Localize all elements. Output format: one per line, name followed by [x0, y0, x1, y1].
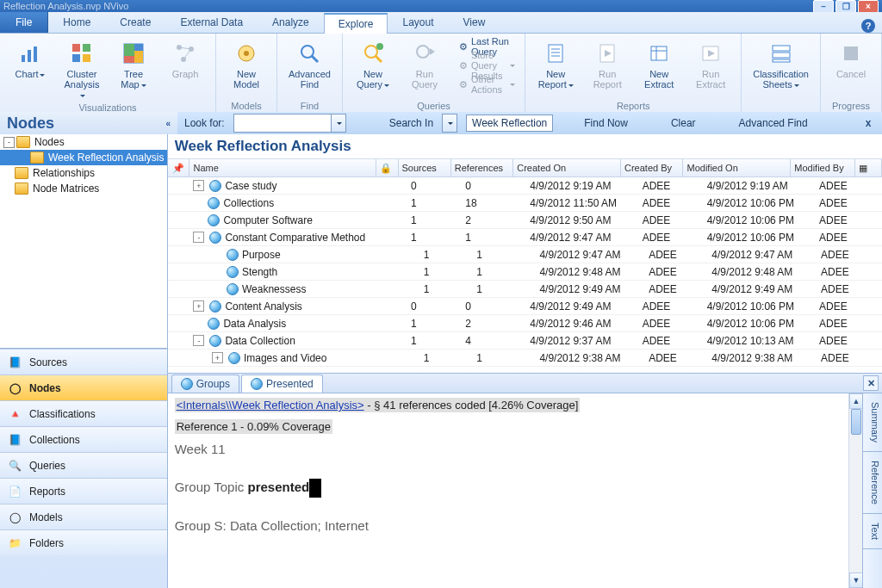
col-lock[interactable]: 🔒 — [376, 159, 399, 176]
table-row[interactable]: +Images and Video114/9/2012 9:38 AMADEE4… — [168, 350, 882, 367]
row-expander-icon[interactable]: - — [193, 335, 204, 346]
detail-close-button[interactable]: ✕ — [863, 375, 879, 391]
advanced-find-button[interactable]: Advanced Find — [283, 37, 337, 92]
col-chooser[interactable]: ▦ — [855, 159, 882, 176]
detail-tab-presented[interactable]: Presented — [241, 374, 323, 393]
col-references[interactable]: References — [451, 159, 513, 176]
detail-tab-groups[interactable]: Groups — [171, 374, 239, 393]
row-modified-on: 4/9/2012 9:47 AM — [708, 249, 817, 261]
chart-button[interactable]: Chart — [5, 37, 55, 82]
scroll-down-arrow-icon[interactable]: ▼ — [849, 573, 863, 588]
find-now-button[interactable]: Find Now — [584, 117, 628, 129]
lookfor-input[interactable] — [233, 114, 332, 133]
table-row[interactable]: Purpose114/9/2012 9:47 AMADEE4/9/2012 9:… — [168, 246, 882, 263]
ribbon-tab-analyze[interactable]: Analyze — [258, 12, 324, 32]
detail-body[interactable]: <Internals\\Week Reflection Analysis> - … — [168, 393, 882, 588]
sidetab-reference[interactable]: Reference — [863, 452, 882, 514]
row-expander-icon[interactable]: - — [193, 232, 204, 243]
table-row[interactable]: +Case study004/9/2012 9:19 AMADEE4/9/201… — [168, 177, 882, 195]
node-icon — [181, 378, 193, 390]
new-report-button[interactable]: New Report — [531, 37, 581, 92]
findbar-close-button[interactable]: x — [861, 116, 875, 130]
table-row[interactable]: -Constant Comparative Method114/9/2012 9… — [168, 229, 882, 246]
tree-node-nodes[interactable]: -Nodes — [0, 134, 167, 150]
ribbon-tab-explore[interactable]: Explore — [324, 13, 388, 34]
sidetab-text[interactable]: Text — [863, 514, 882, 549]
ribbon-group-label: Progress — [826, 101, 876, 111]
ribbon-tab-create[interactable]: Create — [105, 12, 165, 32]
tree-expander-icon[interactable]: - — [3, 137, 15, 148]
group-line: Group S: Data Collection; Internet — [175, 518, 856, 533]
table-row[interactable]: +Content Analysis004/9/2012 9:49 AMADEE4… — [168, 298, 882, 315]
col-created-by[interactable]: Created By — [621, 159, 683, 176]
table-row[interactable]: Data Analysis124/9/2012 9:46 AMADEE4/9/2… — [168, 315, 882, 332]
row-sources: 1 — [407, 335, 462, 347]
navpane-queries[interactable]: 🔍Queries — [0, 452, 167, 478]
table-row[interactable]: Weaknessess114/9/2012 9:49 AMADEE4/9/201… — [168, 281, 882, 298]
grid-body[interactable]: +Case study004/9/2012 9:19 AMADEE4/9/201… — [168, 177, 882, 373]
navpane-models[interactable]: ◯Models — [0, 504, 167, 529]
left-panel-chevron-icon[interactable]: « — [165, 119, 171, 128]
detail-tabstrip: Groups Presented ✕ — [168, 374, 882, 393]
ribbon-tab-home[interactable]: Home — [48, 12, 105, 32]
detail-vertical-scrollbar[interactable]: ▲ ▼ — [848, 393, 863, 588]
clear-button[interactable]: Clear — [671, 117, 696, 129]
advanced-find-button[interactable]: Advanced Find — [739, 117, 808, 129]
navpane-sources[interactable]: 📘Sources — [0, 349, 167, 374]
new-extract-button[interactable]: New Extract — [634, 37, 684, 92]
left-nav-column: -NodesWeek Reflection AnalysisRelationsh… — [0, 134, 168, 588]
window-close-button[interactable]: × — [858, 0, 879, 12]
svg-point-24 — [417, 46, 429, 58]
new-query-button[interactable]: New Query — [348, 37, 398, 92]
navpane-folders[interactable]: 📁Folders — [0, 529, 167, 555]
scroll-thumb[interactable] — [851, 409, 861, 435]
newquery-icon — [359, 40, 387, 67]
row-expander-icon[interactable]: + — [193, 300, 204, 312]
row-modified-on: 4/9/2012 10:06 PM — [704, 232, 816, 244]
help-icon[interactable]: ? — [861, 19, 875, 33]
svg-line-16 — [183, 49, 191, 59]
new-model-button[interactable]: New Model — [221, 37, 271, 92]
ribbon-tab-layout[interactable]: Layout — [388, 12, 448, 32]
navpane-nodes[interactable]: ◯Nodes — [0, 374, 167, 400]
scroll-up-arrow-icon[interactable]: ▲ — [849, 393, 863, 409]
col-name[interactable]: Name — [189, 159, 376, 176]
window-maximize-button[interactable]: ❐ — [835, 0, 856, 12]
svg-rect-8 — [124, 44, 134, 56]
col-pin[interactable]: 📌 — [168, 159, 190, 176]
node-icon — [227, 249, 239, 261]
window-minimize-button[interactable]: – — [813, 0, 834, 12]
file-tab[interactable]: File — [0, 12, 48, 33]
row-created-by: ADEE — [645, 283, 708, 295]
run-report-button: Run Report — [582, 37, 632, 92]
sidetab-summary[interactable]: Summary — [863, 393, 882, 452]
tree-node-node-matrices[interactable]: Node Matrices — [0, 181, 167, 196]
table-row[interactable]: -Data Collection144/9/2012 9:37 AMADEE4/… — [168, 332, 882, 350]
col-modified-on[interactable]: Modified On — [683, 159, 791, 176]
ribbon-tab-view[interactable]: View — [449, 12, 500, 32]
ribbon-tab-external-data[interactable]: External Data — [165, 12, 258, 32]
tree-node-relationships[interactable]: Relationships — [0, 165, 167, 181]
col-sources[interactable]: Sources — [399, 159, 451, 176]
navpane-reports[interactable]: 📄Reports — [0, 478, 167, 504]
col-modified-by[interactable]: Modified By — [791, 159, 854, 176]
row-expander-icon[interactable]: + — [193, 180, 204, 191]
lookfor-dropdown-button[interactable] — [332, 114, 346, 133]
cluster-icon — [68, 40, 96, 67]
classification-sheets-button[interactable]: Classification Sheets — [747, 37, 815, 92]
tree-map-button[interactable]: Tree Map — [109, 37, 158, 92]
cluster-analysis-button[interactable]: Cluster Analysis — [57, 37, 107, 102]
table-row[interactable]: Stength114/9/2012 9:48 AMADEE4/9/2012 9:… — [168, 263, 882, 281]
col-created-on[interactable]: Created On — [513, 159, 621, 176]
row-modified-by: ADEE — [817, 249, 882, 261]
navpane-collections[interactable]: 📘Collections — [0, 426, 167, 452]
search-scope-box[interactable]: Week Reflection — [466, 115, 553, 132]
navpane-classifications[interactable]: 🔺Classifications — [0, 400, 167, 426]
tree-node-week-reflection-analysis[interactable]: Week Reflection Analysis — [0, 150, 167, 165]
table-row[interactable]: Computer Software124/9/2012 9:50 AMADEE4… — [168, 212, 882, 229]
source-link[interactable]: <Internals\\Week Reflection Analysis> — [177, 399, 364, 412]
row-expander-icon[interactable]: + — [212, 352, 223, 363]
table-row[interactable]: Collections1184/9/2012 11:50 AMADEE4/9/2… — [168, 195, 882, 212]
searchin-dropdown-button[interactable] — [442, 114, 457, 133]
window-titlebar: Reflection Analysis.nvp NVivo – ❐ × — [0, 0, 882, 12]
